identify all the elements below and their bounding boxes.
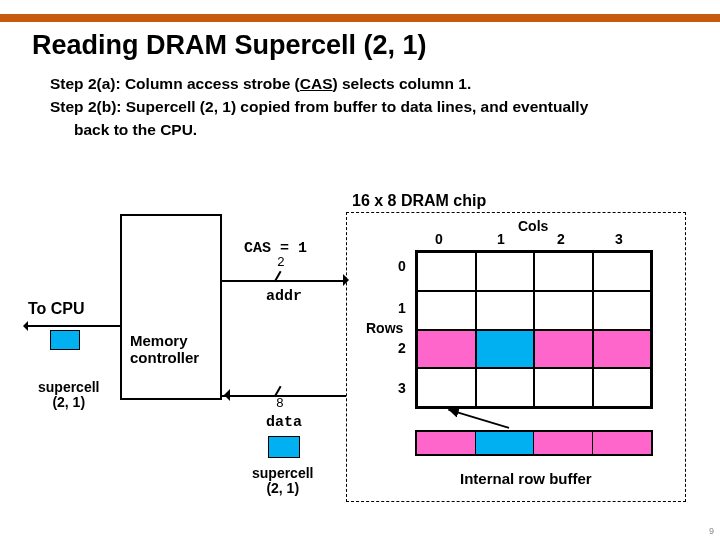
supercell-bottom-label: supercell (2, 1) [252, 466, 313, 497]
dram-grid [415, 250, 653, 409]
cell-row2 [417, 330, 476, 369]
cas-signal-label: CAS = 1 [244, 240, 307, 257]
rowbuf-cell-selected [476, 432, 535, 454]
rowbuf-cell [534, 432, 593, 454]
cell-row2 [593, 330, 652, 369]
to-cpu-arrow-icon [24, 325, 120, 327]
cell [534, 368, 593, 407]
step2a-post: ) selects column 1. [333, 75, 472, 92]
cell [417, 368, 476, 407]
addr-bus-arrow-icon [343, 274, 355, 286]
col-index-3: 3 [615, 231, 623, 247]
cell [534, 252, 593, 291]
step2b-line2: back to the CPU. [50, 120, 670, 141]
step-description: Step 2(a): Column access strobe (CAS) se… [50, 74, 670, 143]
col-index-2: 2 [557, 231, 565, 247]
data-bus-chip-icon [268, 436, 300, 458]
memory-controller-box [120, 214, 222, 400]
col-index-0: 0 [435, 231, 443, 247]
cell [593, 291, 652, 330]
cpu-data-chip-icon [50, 330, 80, 350]
cols-header: Cols [518, 218, 548, 234]
cell [593, 252, 652, 291]
to-cpu-label: To CPU [28, 300, 85, 318]
row-index-2: 2 [398, 340, 406, 356]
cas-underline: CAS [300, 75, 333, 92]
col-index-1: 1 [497, 231, 505, 247]
cell-selected [476, 330, 535, 369]
rows-header: Rows [366, 320, 403, 336]
rowbuf-cell [417, 432, 476, 454]
cell [593, 368, 652, 407]
addr-bus-width: 2 [277, 255, 285, 270]
row-index-0: 0 [398, 258, 406, 274]
cell [476, 252, 535, 291]
cell [417, 291, 476, 330]
page-title: Reading DRAM Supercell (2, 1) [32, 30, 427, 61]
step2b-line1: Step 2(b): Supercell (2, 1) copied from … [50, 97, 670, 118]
addr-bus-slash-icon [274, 271, 290, 287]
memory-controller-label: Memory controller [130, 333, 199, 366]
data-bus-label: data [266, 414, 302, 431]
accent-bar [0, 14, 720, 22]
cell [476, 291, 535, 330]
addr-bus-label: addr [266, 288, 302, 305]
dram-chip-label: 16 x 8 DRAM chip [352, 192, 486, 210]
row-index-1: 1 [398, 300, 406, 316]
step2a-pre: Step 2(a): Column access strobe ( [50, 75, 300, 92]
rowbuf-cell [593, 432, 652, 454]
supercell-left-label: supercell (2, 1) [38, 380, 99, 411]
row-index-3: 3 [398, 380, 406, 396]
row-buffer-label: Internal row buffer [460, 470, 592, 487]
cell [476, 368, 535, 407]
cell [534, 291, 593, 330]
page-number: 9 [709, 526, 714, 536]
cell-row2 [534, 330, 593, 369]
data-bus-width: 8 [276, 396, 284, 411]
cell [417, 252, 476, 291]
data-bus-arrow-icon [218, 389, 230, 401]
row-buffer [415, 430, 653, 456]
